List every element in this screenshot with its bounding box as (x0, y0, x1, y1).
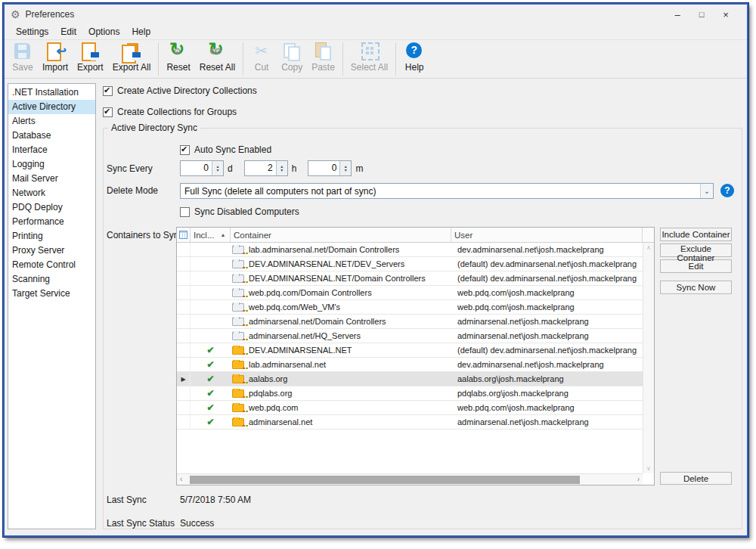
container-cell[interactable]: DEV.ADMINARSENAL.NET (231, 346, 451, 355)
menu-help[interactable]: Help (125, 25, 156, 39)
user-cell[interactable]: aalabs.org\josh.mackelprang (451, 374, 643, 383)
sync-every-m-spinner[interactable]: 0▴▾ (308, 160, 352, 176)
delete-mode-select[interactable]: Full Sync (delete all computers not part… (180, 183, 714, 199)
spinner-up-down-icon[interactable]: ▴▾ (212, 161, 223, 175)
sidebar-item-logging[interactable]: Logging (8, 157, 95, 172)
minimize-button[interactable]: – (665, 9, 689, 20)
spinner-up-down-icon[interactable]: ▴▾ (339, 161, 351, 175)
included-cell[interactable]: ✔ (191, 386, 231, 400)
sidebar-item-target-service[interactable]: Target Service (8, 287, 95, 301)
table-row[interactable]: DEV.ADMINARSENAL.NET/Domain Controllers(… (177, 271, 643, 286)
sidebar-item-proxy-server[interactable]: Proxy Server (8, 243, 95, 258)
user-cell[interactable]: (default) dev.adminarsenal.net\josh.mack… (451, 259, 643, 268)
table-row[interactable]: lab.adminarsenal.net/Domain Controllersd… (177, 243, 643, 257)
table-row[interactable]: web.pdq.com/Domain Controllersweb.pdq.co… (177, 286, 643, 300)
horizontal-scrollbar[interactable]: ‹ › (177, 473, 643, 485)
maximize-button[interactable]: □ (689, 10, 714, 19)
table-row[interactable]: ✔DEV.ADMINARSENAL.NET(default) dev.admin… (177, 343, 643, 358)
title-bar[interactable]: ⚙ Preferences – □ × (5, 5, 747, 24)
sidebar-item-database[interactable]: Database (8, 129, 95, 143)
user-cell[interactable]: web.pdq.com\josh.mackelprang (451, 302, 643, 312)
table-row[interactable]: ✔pdqlabs.orgpdqlabs.org\josh.mackelprang (177, 386, 643, 401)
header-included-column[interactable]: Incl... ▲ (191, 228, 231, 242)
table-row[interactable]: adminarsenal.net/Domain Controllersadmin… (177, 315, 643, 329)
toolbar-help-button[interactable]: Help (399, 40, 429, 78)
spinner-up-down-icon[interactable]: ▴▾ (276, 161, 287, 175)
container-cell[interactable]: adminarsenal.net/Domain Controllers (231, 317, 451, 326)
sync-every-d-spinner[interactable]: 0▴▾ (180, 160, 224, 176)
container-cell[interactable]: lab.adminarsenal.net (231, 360, 451, 369)
menu-options[interactable]: Options (82, 25, 125, 39)
header-select-all-cell[interactable] (177, 228, 191, 242)
table-row[interactable]: web.pdq.com/Web_VM'sweb.pdq.com\josh.mac… (177, 300, 643, 315)
toolbar-import-button[interactable]: Import (38, 40, 73, 78)
scroll-up-icon[interactable]: ∧ (643, 244, 654, 251)
included-cell[interactable] (191, 300, 231, 314)
container-cell[interactable]: web.pdq.com/Domain Controllers (231, 288, 451, 297)
sidebar-item-net-installation[interactable]: .NET Installation (8, 85, 95, 100)
menu-edit[interactable]: Edit (54, 25, 82, 39)
user-cell[interactable]: adminarsenal.net\josh.mackelprang (451, 417, 643, 426)
scroll-left-icon[interactable]: ‹ (180, 475, 182, 483)
included-cell[interactable]: ✔ (191, 343, 231, 357)
sidebar-item-mail-server[interactable]: Mail Server (8, 172, 95, 186)
included-cell[interactable]: ✔ (191, 358, 231, 371)
table-row[interactable]: ▶✔aalabs.orgaalabs.org\josh.mackelprang (177, 372, 643, 386)
included-cell[interactable]: ✔ (191, 415, 231, 429)
sync-every-h-spinner[interactable]: 2▴▾ (244, 160, 288, 176)
container-cell[interactable]: adminarsenal.net/HQ_Servers (231, 331, 451, 340)
sidebar-item-performance[interactable]: Performance (8, 215, 95, 229)
user-cell[interactable]: (default) dev.adminarsenal.net\josh.mack… (451, 346, 643, 355)
checkbox-auto-sync-enabled[interactable]: Auto Sync Enabled (180, 144, 271, 155)
included-cell[interactable] (191, 315, 231, 328)
sidebar-item-scanning[interactable]: Scanning (8, 272, 95, 287)
container-cell[interactable]: adminarsenal.net (231, 417, 451, 426)
edit-button[interactable]: Edit (660, 259, 732, 273)
container-cell[interactable]: DEV.ADMINARSENAL.NET/Domain Controllers (231, 274, 451, 283)
sidebar-item-interface[interactable]: Interface (8, 143, 95, 157)
user-cell[interactable]: web.pdq.com\josh.mackelprang (451, 288, 643, 297)
container-cell[interactable]: web.pdq.com/Web_VM's (231, 302, 451, 312)
sidebar-item-network[interactable]: Network (8, 186, 95, 200)
chevron-down-icon[interactable]: ⌄ (700, 184, 713, 198)
menu-settings[interactable]: Settings (10, 25, 54, 39)
header-user-column[interactable]: User (451, 228, 643, 242)
table-row[interactable]: adminarsenal.net/HQ_Serversadminarsenal.… (177, 329, 643, 343)
included-cell[interactable] (191, 243, 231, 256)
container-cell[interactable]: pdqlabs.org (231, 389, 451, 398)
user-cell[interactable]: adminarsenal.net\josh.mackelprang (451, 331, 643, 340)
user-cell[interactable]: web.pdq.com\josh.mackelprang (451, 403, 643, 412)
scrollbar-thumb[interactable] (190, 476, 580, 484)
header-container-column[interactable]: Container (231, 228, 451, 242)
table-row[interactable]: DEV.ADMINARSENAL.NET/DEV_Servers(default… (177, 257, 643, 271)
included-cell[interactable]: ✔ (191, 372, 231, 386)
included-cell[interactable] (191, 329, 231, 343)
include-container-button[interactable]: Include Container (660, 228, 732, 241)
sidebar-item-pdq-deploy[interactable]: PDQ Deploy (8, 200, 95, 215)
scroll-down-icon[interactable]: ∨ (643, 465, 654, 472)
toolbar-reset-all-button[interactable]: Reset All (195, 40, 240, 78)
sync-now-button[interactable]: Sync Now (660, 281, 732, 294)
exclude-container-button[interactable]: Exclude Container (660, 243, 732, 257)
container-cell[interactable]: lab.adminarsenal.net/Domain Controllers (231, 245, 451, 254)
sidebar-item-printing[interactable]: Printing (8, 229, 95, 243)
table-row[interactable]: ✔adminarsenal.netadminarsenal.net\josh.m… (177, 415, 643, 430)
container-cell[interactable]: aalabs.org (231, 374, 451, 383)
sidebar-item-remote-control[interactable]: Remote Control (8, 258, 95, 272)
user-cell[interactable]: adminarsenal.net\josh.mackelprang (451, 317, 643, 326)
sidebar-item-active-directory[interactable]: Active Directory (8, 100, 95, 114)
vertical-scrollbar[interactable]: ∧ ∨ (643, 243, 654, 473)
toolbar-export-button[interactable]: Export (73, 40, 108, 78)
user-cell[interactable]: (default) dev.adminarsenal.net\josh.mack… (451, 274, 643, 283)
checkbox-create-ad-collections[interactable]: Create Active Directory Collections (103, 85, 257, 96)
included-cell[interactable] (191, 257, 231, 271)
container-cell[interactable]: web.pdq.com (231, 403, 451, 412)
user-cell[interactable]: pdqlabs.org\josh.mackelprang (451, 389, 643, 398)
checkbox-sync-disabled-computers[interactable]: Sync Disabled Computers (180, 206, 299, 217)
included-cell[interactable]: ✔ (191, 401, 231, 414)
container-cell[interactable]: DEV.ADMINARSENAL.NET/DEV_Servers (231, 259, 451, 268)
scroll-right-icon[interactable]: › (637, 475, 640, 483)
toolbar-export-all-button[interactable]: Export All (108, 40, 156, 78)
close-button[interactable]: × (714, 9, 738, 20)
sidebar-item-alerts[interactable]: Alerts (8, 114, 95, 129)
